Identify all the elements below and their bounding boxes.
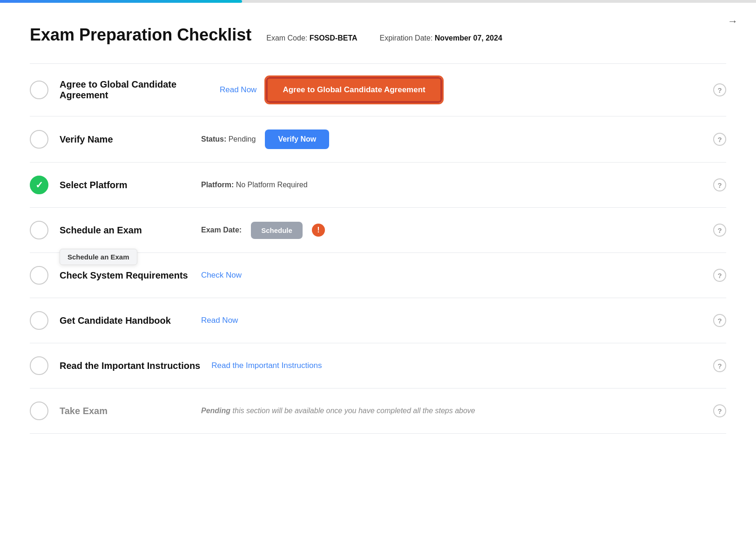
- label-schedule-exam: Schedule an Exam Schedule an Exam: [60, 225, 190, 236]
- label-select-platform: Select Platform: [60, 180, 190, 191]
- exam-code-value: FSOSD-BETA: [310, 34, 358, 42]
- checkbox-schedule-exam[interactable]: [30, 221, 48, 239]
- page-title: Exam Preparation Checklist: [30, 25, 251, 45]
- read-now-link-handbook[interactable]: Read Now: [201, 316, 238, 325]
- help-icon-agree-candidate[interactable]: ?: [713, 83, 726, 96]
- label-check-system: Check System Requirements: [60, 270, 190, 281]
- checkbox-take-exam[interactable]: [30, 402, 48, 420]
- label-important-instructions: Read the Important Instructions: [60, 361, 200, 371]
- status-value-verify: Pending: [229, 135, 256, 143]
- checklist-row-take-exam: Take Exam Pending this section will be a…: [30, 388, 726, 434]
- checklist: Agree to Global Candidate Agreement Read…: [30, 63, 726, 434]
- alert-icon-schedule: !: [312, 224, 325, 237]
- label-take-exam: Take Exam: [60, 406, 190, 416]
- checklist-row-schedule-exam: Schedule an Exam Schedule an Exam Exam D…: [30, 208, 726, 253]
- help-icon-candidate-handbook[interactable]: ?: [713, 314, 726, 327]
- checklist-row-important-instructions: Read the Important Instructions Read the…: [30, 343, 726, 388]
- exam-code: Exam Code: FSOSD-BETA: [266, 34, 357, 42]
- checkbox-important-instructions[interactable]: [30, 356, 48, 375]
- checklist-row-select-platform: Select Platform Platform: No Platform Re…: [30, 163, 726, 208]
- content-select-platform: Platform: No Platform Required: [201, 181, 702, 189]
- checklist-row-verify-name: Verify Name Status: Pending Verify Now ?: [30, 116, 726, 163]
- content-agree-candidate: Read Now Agree to Global Candidate Agree…: [220, 77, 702, 103]
- platform-value: No Platform Required: [236, 181, 308, 189]
- expiration-date-label: Expiration Date:: [380, 34, 433, 42]
- schedule-exam-tooltip: Schedule an Exam: [60, 249, 137, 265]
- content-important-instructions: Read the Important Instructions: [211, 361, 702, 370]
- content-schedule-exam: Exam Date: Schedule !: [201, 222, 702, 239]
- verify-now-button[interactable]: Verify Now: [265, 129, 329, 149]
- expiration-date-value: November 07, 2024: [435, 34, 502, 42]
- content-candidate-handbook: Read Now: [201, 316, 702, 325]
- help-icon-check-system[interactable]: ?: [713, 269, 726, 282]
- help-icon-verify-name[interactable]: ?: [713, 133, 726, 146]
- label-agree-candidate: Agree to Global Candidate Agreement: [60, 79, 209, 101]
- expiration-date: Expiration Date: November 07, 2024: [380, 34, 502, 42]
- checklist-row-candidate-handbook: Get Candidate Handbook Read Now ?: [30, 298, 726, 343]
- pending-description: this section will be available once you …: [233, 407, 475, 415]
- exam-code-label: Exam Code:: [266, 34, 307, 42]
- checkbox-verify-name[interactable]: [30, 130, 48, 149]
- status-text-verify: Status: Pending: [201, 135, 256, 143]
- checkbox-candidate-handbook[interactable]: [30, 311, 48, 330]
- help-icon-select-platform[interactable]: ?: [713, 178, 726, 191]
- content-check-system: Check Now: [201, 271, 702, 280]
- content-take-exam: Pending this section will be available o…: [201, 407, 702, 415]
- help-icon-take-exam[interactable]: ?: [713, 404, 726, 417]
- read-instructions-link[interactable]: Read the Important Instructions: [211, 361, 322, 370]
- checkbox-select-platform[interactable]: [30, 176, 48, 194]
- platform-text: Platform: No Platform Required: [201, 181, 308, 189]
- header-row: Exam Preparation Checklist Exam Code: FS…: [30, 25, 726, 45]
- main-container: Exam Preparation Checklist Exam Code: FS…: [0, 3, 756, 452]
- pending-label: Pending: [201, 407, 230, 415]
- help-icon-important-instructions[interactable]: ?: [713, 359, 726, 372]
- header-meta: Exam Code: FSOSD-BETA Expiration Date: N…: [266, 34, 502, 42]
- label-candidate-handbook: Get Candidate Handbook: [60, 315, 190, 326]
- schedule-button[interactable]: Schedule: [251, 222, 303, 239]
- take-exam-pending-text: Pending this section will be available o…: [201, 407, 475, 415]
- checkbox-check-system[interactable]: [30, 266, 48, 285]
- content-verify-name: Status: Pending Verify Now: [201, 129, 702, 149]
- checklist-row-agree-candidate: Agree to Global Candidate Agreement Read…: [30, 64, 726, 116]
- checkbox-agree-candidate[interactable]: [30, 81, 48, 99]
- check-now-link[interactable]: Check Now: [201, 271, 242, 280]
- help-icon-schedule-exam[interactable]: ?: [713, 224, 726, 237]
- label-verify-name: Verify Name: [60, 134, 190, 145]
- exam-date-label: Exam Date:: [201, 226, 242, 234]
- read-now-link-agree[interactable]: Read Now: [220, 85, 256, 95]
- agree-candidate-button[interactable]: Agree to Global Candidate Agreement: [266, 77, 442, 103]
